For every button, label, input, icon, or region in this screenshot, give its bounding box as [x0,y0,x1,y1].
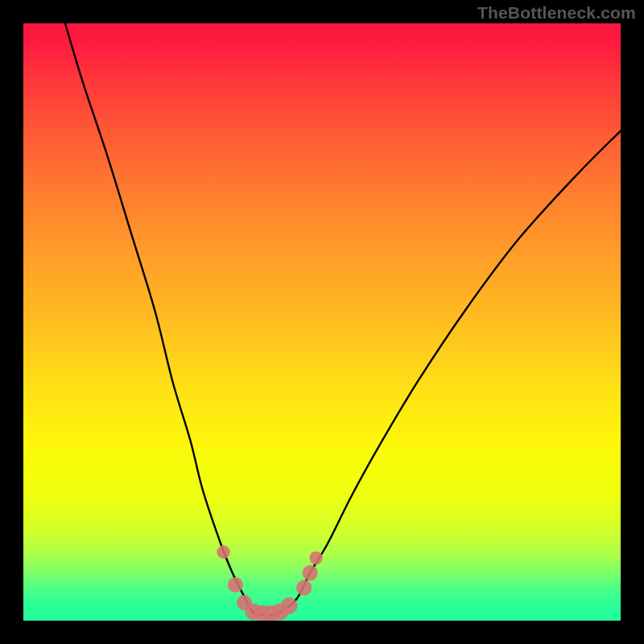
curve-marker [281,597,298,614]
bottleneck-curve [65,23,621,615]
curve-marker [303,565,318,580]
curve-marker [217,546,229,559]
plot-area [23,23,621,621]
outer-frame: TheBottleneck.com [0,0,644,644]
marker-group [217,546,322,621]
curve-marker [296,580,312,596]
curve-marker [309,551,322,564]
curve-marker [228,577,243,592]
chart-overlay [23,23,621,621]
watermark-text: TheBottleneck.com [477,3,636,23]
